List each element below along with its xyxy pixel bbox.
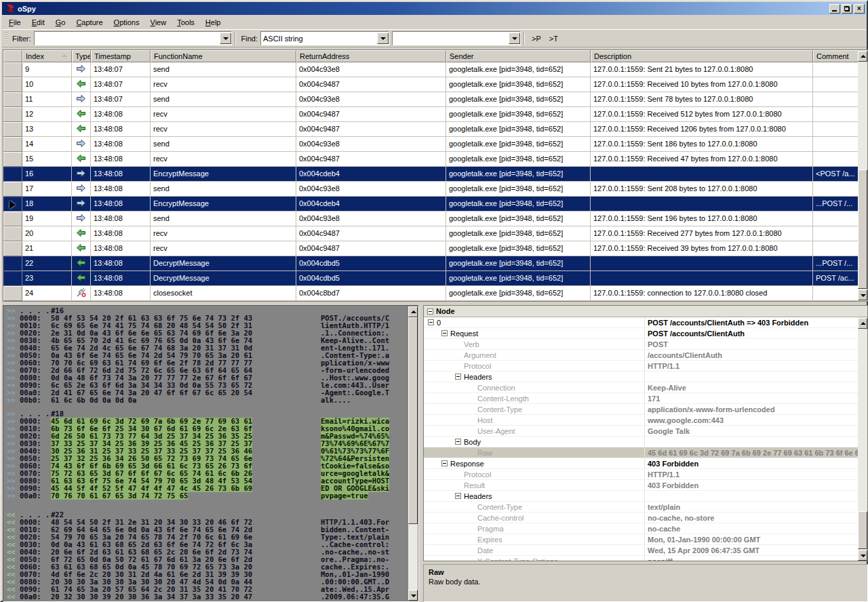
tree-row[interactable]: ConnectionKeep-Alive <box>424 382 867 393</box>
row-header-cell[interactable] <box>3 286 22 301</box>
table-row[interactable]: 1113:48:07send0x004c93e8googletalk.exe [… <box>3 92 867 107</box>
tree-row[interactable]: VerbPOST <box>424 339 867 350</box>
collapse-icon[interactable] <box>441 460 448 466</box>
table-row[interactable]: 1213:48:08recv0x004c9487googletalk.exe [… <box>3 107 867 122</box>
tree-row[interactable]: User-AgentGoogle Talk <box>424 426 867 437</box>
row-header-cell[interactable] <box>3 137 22 152</box>
table-row[interactable]: 2413:48:08closesocket0x004c8bd7googletal… <box>3 286 867 301</box>
tree-row[interactable]: Content-Typeapplication/x-www-form-urlen… <box>424 404 867 415</box>
table-row[interactable]: 1013:48:07recv0x004c9487googletalk.exe [… <box>3 77 867 92</box>
minimize-button[interactable] <box>829 4 840 14</box>
tree-row[interactable]: Body <box>424 437 867 447</box>
grid-scrollbar-thumb[interactable] <box>858 169 867 289</box>
prev-packet-button[interactable]: >P <box>528 33 545 45</box>
find-text-combobox[interactable] <box>392 31 521 45</box>
hex-scrollbar-thumb[interactable] <box>408 317 418 524</box>
row-header-cell[interactable] <box>3 107 22 122</box>
row-header-cell[interactable] <box>3 197 22 212</box>
scroll-down-icon[interactable] <box>858 289 867 300</box>
node-scrollbar-thumb[interactable] <box>858 511 867 549</box>
title-bar[interactable]: oSpy × <box>2 2 866 15</box>
table-row[interactable]: 2213:48:08DecryptMessage0x004cdbd5google… <box>3 256 867 271</box>
tree-row[interactable]: Raw45 6d 61 69 6c 3d 72 69 7a 6b 69 2e 7… <box>424 447 867 458</box>
tree-row[interactable]: Hostwww.google.com:443 <box>424 415 867 426</box>
tree-row[interactable]: Headers <box>424 491 867 502</box>
table-row[interactable]: 2013:48:08recv0x004c9487googletalk.exe [… <box>3 226 867 241</box>
table-row[interactable]: 1313:48:08recv0x004c9487googletalk.exe [… <box>3 122 867 137</box>
menu-edit[interactable]: Edit <box>26 16 50 28</box>
row-header-cell[interactable] <box>3 256 22 271</box>
collapse-icon[interactable] <box>441 330 448 336</box>
menu-tools[interactable]: Tools <box>172 16 200 28</box>
menu-view[interactable]: View <box>144 16 172 28</box>
tree-row[interactable]: ProtocolHTTP/1.1 <box>424 469 867 480</box>
tree-row[interactable]: Headers <box>424 372 867 382</box>
row-header-cell[interactable] <box>3 152 22 167</box>
row-header-cell[interactable] <box>3 241 22 256</box>
row-header-cell[interactable] <box>3 62 22 77</box>
collapse-icon[interactable] <box>455 493 461 499</box>
table-row[interactable]: 2313:48:08DecryptMessage0x004cdbd5google… <box>3 271 867 286</box>
menu-go[interactable]: Go <box>50 16 71 28</box>
column-header-returnaddress[interactable]: ReturnAddress <box>296 50 446 62</box>
menu-help[interactable]: Help <box>200 16 226 28</box>
chevron-down-icon[interactable] <box>509 33 520 44</box>
restore-button[interactable] <box>842 4 852 14</box>
collapse-icon[interactable] <box>455 374 461 380</box>
grid-scrollbar[interactable] <box>858 50 867 301</box>
table-row[interactable]: 913:48:07send0x004c93e8googletalk.exe [p… <box>3 62 867 77</box>
column-header-description[interactable]: Description <box>591 50 813 62</box>
table-row[interactable]: 1613:48:08EncryptMessage0x004cdeb4google… <box>3 167 867 182</box>
column-header-timestamp[interactable]: Timestamp <box>91 50 151 62</box>
scroll-up-icon[interactable] <box>858 318 867 329</box>
hex-scrollbar[interactable] <box>408 306 418 601</box>
row-header-cell[interactable] <box>3 77 22 92</box>
row-header-cell[interactable] <box>3 182 22 197</box>
node-tree-header[interactable]: Node <box>424 306 867 317</box>
tree-row[interactable]: Content-Typetext/plain <box>424 502 867 513</box>
chevron-down-icon[interactable] <box>220 33 231 44</box>
find-type-combobox[interactable]: ASCII string <box>260 31 389 45</box>
row-header-cell[interactable] <box>3 122 22 137</box>
tree-row[interactable]: X-Content-Type-Optionsnosniff <box>424 556 867 561</box>
column-header-index[interactable]: Index <box>22 50 72 62</box>
tree-row[interactable]: Cache-controlno-cache, no-store <box>424 513 867 523</box>
collapse-icon[interactable] <box>428 319 434 325</box>
row-header-cell[interactable] <box>3 167 22 182</box>
table-row[interactable]: 2113:48:08recv0x004c9487googletalk.exe [… <box>3 241 867 256</box>
row-header-cell[interactable] <box>3 212 22 226</box>
tree-row[interactable]: DateWed, 15 Apr 2009 06:47:35 GMT <box>424 545 867 556</box>
column-header-comment[interactable]: Comment <box>813 50 859 62</box>
tree-row[interactable]: ProtocolHTTP/1.1 <box>424 361 867 372</box>
scroll-up-icon[interactable] <box>408 306 418 317</box>
menu-file[interactable]: File <box>3 16 26 28</box>
collapse-icon[interactable] <box>427 308 433 315</box>
filter-combobox[interactable] <box>34 31 232 45</box>
tree-row[interactable]: Argument/accounts/ClientAuth <box>424 350 867 361</box>
tree-row[interactable]: 0POST /accounts/ClientAuth => 403 Forbid… <box>424 317 867 328</box>
scroll-down-icon[interactable] <box>408 590 418 601</box>
close-button[interactable]: × <box>854 4 865 14</box>
chevron-down-icon[interactable] <box>377 33 389 44</box>
tree-row[interactable]: ExpiresMon, 01-Jan-1990 00:00:00 GMT <box>424 534 867 545</box>
table-row[interactable]: 1713:48:08send0x004c93e8googletalk.exe [… <box>3 182 867 197</box>
scroll-down-icon[interactable] <box>858 550 867 561</box>
menu-capture[interactable]: Capture <box>71 16 108 28</box>
column-header-sender[interactable]: Sender <box>446 50 591 62</box>
row-header-cell[interactable] <box>3 271 22 286</box>
tree-row[interactable]: Content-Length171 <box>424 393 867 404</box>
column-header-type[interactable]: Type <box>72 50 91 62</box>
toolbar-grip[interactable] <box>5 33 7 45</box>
table-row[interactable]: 1913:48:08send0x004c93e8googletalk.exe [… <box>3 212 867 226</box>
menu-options[interactable]: Options <box>108 16 145 28</box>
hex-dump-content[interactable]: >>. . . .#16>>0000:50 4f 53 54 20 2f 61 … <box>3 307 408 601</box>
column-header-functionname[interactable]: FunctionName <box>151 50 296 62</box>
table-row[interactable]: 1513:48:08recv0x004c9487googletalk.exe [… <box>3 152 867 167</box>
node-scrollbar[interactable] <box>858 317 867 561</box>
collapse-icon[interactable] <box>455 439 461 445</box>
table-row[interactable]: 1413:48:08send0x004c93e8googletalk.exe [… <box>3 137 867 152</box>
tree-row[interactable]: Pragmano-cache <box>424 523 867 534</box>
row-header-cell[interactable] <box>3 226 22 241</box>
tree-row[interactable]: Response403 Forbidden <box>424 458 867 469</box>
row-header-cell[interactable] <box>3 92 22 107</box>
